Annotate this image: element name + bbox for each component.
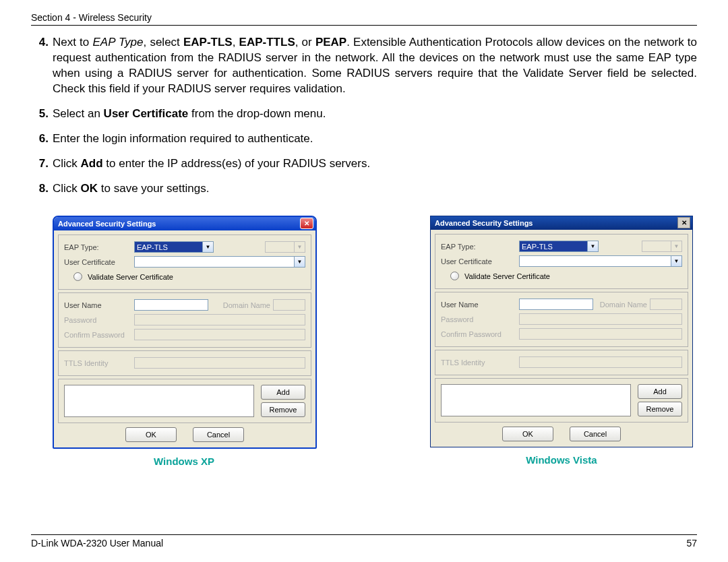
- figure-vista: Advanced Security Settings ✕ EAP Type: E…: [430, 216, 693, 467]
- label-user-name: User Name: [64, 301, 131, 309]
- radius-list[interactable]: [64, 385, 254, 417]
- remove-button[interactable]: Remove: [638, 402, 682, 416]
- ttls-input: [134, 357, 305, 369]
- label-user-cert: User Certificate: [64, 258, 131, 266]
- disabled-select: ▼: [642, 241, 682, 252]
- dialog-titlebar[interactable]: Advanced Security Settings ✕: [54, 217, 315, 230]
- user-name-input[interactable]: [519, 299, 593, 310]
- label-ttls: TTLS Identity: [441, 358, 516, 367]
- label-user-cert: User Certificate: [441, 257, 516, 266]
- chevron-down-icon: ▼: [294, 242, 305, 252]
- step-text: Click OK to save your settings.: [53, 181, 697, 197]
- chevron-down-icon: ▼: [587, 241, 598, 251]
- label-eap-type: EAP Type:: [441, 243, 516, 251]
- label-validate: Validate Server Certificate: [464, 272, 550, 280]
- steps-list: 4. Next to EAP Type, select EAP-TLS, EAP…: [31, 35, 697, 197]
- close-icon[interactable]: ✕: [300, 218, 313, 229]
- add-button[interactable]: Add: [261, 385, 305, 400]
- step-text: Next to EAP Type, select EAP-TLS, EAP-TT…: [53, 35, 697, 97]
- figure-xp: Advanced Security Settings ✕ EAP Type: E…: [53, 216, 315, 467]
- step-4: 4. Next to EAP Type, select EAP-TLS, EAP…: [31, 35, 697, 97]
- user-name-input[interactable]: [134, 299, 208, 311]
- ok-button[interactable]: OK: [502, 427, 553, 441]
- dialog-title: Advanced Security Settings: [435, 219, 533, 227]
- chevron-down-icon: ▼: [671, 256, 681, 266]
- section-header: Section 4 - Wireless Security: [31, 12, 697, 26]
- dialog-title: Advanced Security Settings: [58, 220, 156, 228]
- confirm-password-input: [519, 328, 682, 340]
- page-footer: D-Link WDA-2320 User Manual 57: [31, 534, 697, 549]
- label-password: Password: [64, 316, 131, 324]
- cancel-button[interactable]: Cancel: [570, 427, 621, 441]
- label-confirm: Confirm Password: [441, 330, 516, 338]
- step-text: Select an User Certificate from the drop…: [53, 106, 697, 122]
- step-7: 7. Click Add to enter the IP address(es)…: [31, 156, 697, 172]
- step-number: 4.: [31, 35, 53, 97]
- eap-type-select[interactable]: EAP-TLS ▼: [134, 241, 214, 253]
- confirm-password-input: [134, 329, 305, 340]
- validate-radio[interactable]: [73, 272, 82, 281]
- radius-list[interactable]: [441, 384, 631, 416]
- footer-page-number: 57: [686, 538, 697, 549]
- label-validate: Validate Server Certificate: [88, 273, 173, 281]
- label-confirm: Confirm Password: [64, 331, 131, 339]
- domain-input: [273, 299, 305, 311]
- cancel-button[interactable]: Cancel: [193, 427, 244, 442]
- step-number: 8.: [31, 181, 53, 197]
- user-cert-select[interactable]: ▼: [134, 256, 305, 268]
- step-5: 5. Select an User Certificate from the d…: [31, 106, 697, 122]
- validate-radio[interactable]: [450, 272, 459, 280]
- disabled-select: ▼: [265, 241, 305, 253]
- chevron-down-icon: ▼: [671, 241, 681, 251]
- password-input: [519, 313, 682, 325]
- chevron-down-icon: ▼: [202, 242, 213, 252]
- add-button[interactable]: Add: [638, 384, 682, 399]
- label-password: Password: [441, 315, 516, 323]
- user-cert-select[interactable]: ▼: [519, 255, 682, 267]
- caption-vista: Windows Vista: [430, 454, 693, 466]
- step-6: 6. Enter the login information required …: [31, 131, 697, 147]
- close-icon[interactable]: ✕: [677, 217, 690, 228]
- label-domain: Domain Name: [223, 301, 270, 309]
- footer-left: D-Link WDA-2320 User Manual: [31, 538, 163, 549]
- domain-input: [650, 299, 682, 310]
- ok-button[interactable]: OK: [125, 427, 177, 442]
- step-text: Enter the login information required to …: [53, 131, 697, 147]
- label-ttls: TTLS Identity: [64, 359, 131, 367]
- step-number: 5.: [31, 106, 53, 122]
- dialog-vista: Advanced Security Settings ✕ EAP Type: E…: [430, 216, 693, 447]
- ttls-input: [519, 356, 682, 368]
- step-8: 8. Click OK to save your settings.: [31, 181, 697, 197]
- label-eap-type: EAP Type:: [64, 243, 131, 251]
- step-text: Click Add to enter the IP address(es) of…: [53, 156, 697, 172]
- password-input: [134, 314, 305, 325]
- remove-button[interactable]: Remove: [261, 402, 305, 417]
- label-user-name: User Name: [441, 301, 516, 309]
- step-number: 6.: [31, 131, 53, 147]
- dialog-xp: Advanced Security Settings ✕ EAP Type: E…: [53, 216, 317, 449]
- chevron-down-icon: ▼: [294, 257, 305, 267]
- label-domain: Domain Name: [600, 301, 647, 309]
- dialog-titlebar[interactable]: Advanced Security Settings ✕: [431, 216, 692, 230]
- eap-type-select[interactable]: EAP-TLS ▼: [519, 241, 599, 252]
- step-number: 7.: [31, 156, 53, 172]
- caption-xp: Windows XP: [53, 456, 315, 467]
